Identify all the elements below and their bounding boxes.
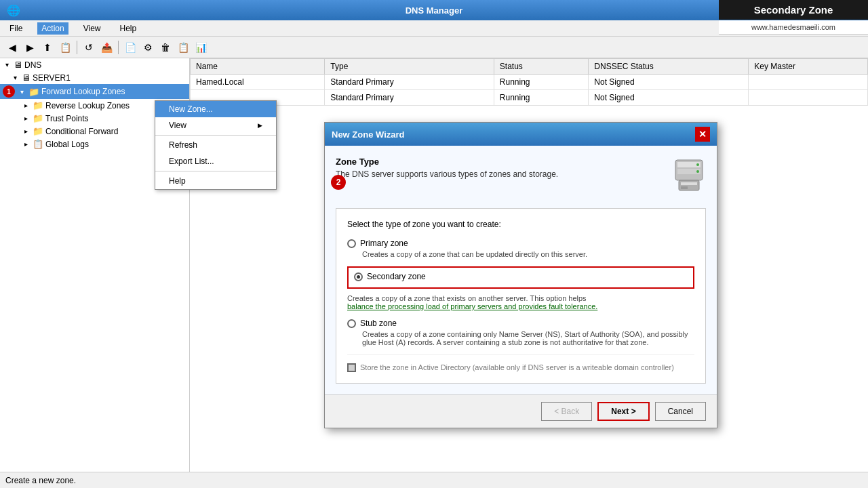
- wizard-header-text: Zone Type The DNS server supports variou…: [336, 157, 665, 179]
- row2-keymaster: [749, 90, 868, 106]
- wizard-zone-type-desc: The DNS server supports various types of…: [336, 169, 665, 179]
- toolbar-view[interactable]: 📊: [193, 39, 209, 56]
- tree-item-server1[interactable]: ▾ 🖥 SERVER1: [0, 71, 189, 84]
- toolbar-delete[interactable]: 🗑: [157, 39, 174, 56]
- status-text: Create a new zone.: [5, 476, 76, 485]
- toolbar-up[interactable]: ⬆: [39, 39, 56, 56]
- primary-zone-radio[interactable]: [347, 239, 356, 248]
- context-sep2: [155, 171, 276, 171]
- app-icon: 🌐: [7, 4, 20, 17]
- row1-name: Hamed.Local: [191, 75, 325, 90]
- wizard-back-button[interactable]: < Back: [541, 402, 592, 421]
- toolbar-new-zone[interactable]: 📄: [122, 39, 138, 56]
- status-bar: Create a new zone.: [0, 472, 868, 488]
- row1-dnssec: Not Signed: [589, 75, 749, 90]
- tree-arrow-forward: ▾: [20, 88, 28, 96]
- row2-dnssec: Not Signed: [589, 90, 749, 106]
- secondary-zone-radio[interactable]: [354, 272, 363, 281]
- col-keymaster: Key Master: [749, 59, 868, 75]
- svg-rect-6: [681, 182, 697, 185]
- tree-item-forward-zones[interactable]: 1 ▾ 📁 Forward Lookup Zones: [0, 84, 189, 99]
- primary-zone-desc: Creates a copy of a zone that can be upd…: [362, 250, 694, 258]
- menu-view[interactable]: View: [79, 22, 105, 35]
- svg-point-3: [696, 163, 699, 166]
- menu-help[interactable]: Help: [116, 22, 141, 35]
- secondary-zone-label: Secondary zone: [367, 272, 426, 281]
- wizard-step-badge: 2: [331, 175, 346, 190]
- app-title: DNS Manager: [406, 5, 463, 16]
- svg-point-4: [696, 170, 699, 173]
- wizard-title-bar: New Zone Wizard ✕: [325, 123, 717, 146]
- tree-arrow-reverse: ▸: [24, 102, 33, 109]
- context-export[interactable]: Export List...: [155, 153, 276, 169]
- secondary-zone-badge: Secondary Zone: [719, 0, 868, 20]
- wizard-zone-type-title: Zone Type: [336, 157, 665, 167]
- toolbar: ◀ ▶ ⬆ 📋 ↺ 📤 📄 ⚙ 🗑 📋 📊: [0, 37, 868, 58]
- wizard-body: Zone Type The DNS server supports variou…: [325, 146, 717, 394]
- toolbar-sep-1: [77, 41, 77, 54]
- tree-arrow-trust: ▸: [24, 115, 33, 122]
- context-help[interactable]: Help: [155, 173, 276, 189]
- row1-type: Standard Primary: [325, 75, 494, 90]
- store-ad-option: Store the zone in Active Directory (avai…: [347, 354, 694, 372]
- server-icon: 🖥: [22, 73, 31, 83]
- tree-arrow-dns: ▾: [5, 61, 14, 68]
- context-menu: New Zone... View Refresh Export List... …: [155, 100, 277, 190]
- tree-item-dns[interactable]: ▾ 🖥 DNS: [0, 58, 189, 71]
- svg-rect-7: [681, 186, 688, 189]
- tree-arrow-global: ▸: [24, 140, 33, 148]
- conditional-forward-icon: 📁: [33, 126, 43, 136]
- context-refresh[interactable]: Refresh: [155, 137, 276, 153]
- col-name: Name: [191, 59, 325, 75]
- primary-zone-label: Primary zone: [360, 239, 408, 248]
- toolbar-export[interactable]: 📤: [98, 39, 115, 56]
- col-type: Type: [325, 59, 494, 75]
- secondary-zone-url: www.hamedesmaeili.com: [719, 20, 868, 35]
- menu-file[interactable]: File: [5, 22, 26, 35]
- tree-arrow-conditional: ▸: [24, 127, 33, 135]
- toolbar-props[interactable]: ⚙: [140, 39, 156, 56]
- stub-zone-label: Stub zone: [360, 319, 397, 328]
- forward-zones-icon: 📁: [28, 87, 39, 97]
- wizard-content: Select the type of zone you want to crea…: [336, 208, 706, 384]
- row1-status: Running: [494, 75, 589, 90]
- global-logs-icon: 📋: [33, 139, 43, 149]
- table-row: Hamed.Local Standard Primary Running Not…: [191, 75, 868, 90]
- server-graphic-icon: [672, 157, 706, 197]
- menu-action[interactable]: Action: [37, 22, 68, 35]
- stub-zone-option: Stub zone Creates a copy of a zone conta…: [347, 319, 694, 346]
- toolbar-sep-2: [118, 41, 119, 54]
- row1-keymaster: [749, 75, 868, 90]
- new-zone-wizard: New Zone Wizard ✕ Zone Type The DNS serv…: [324, 122, 717, 428]
- table-row: Standard Primary Running Not Signed: [191, 90, 868, 106]
- wizard-close-button[interactable]: ✕: [695, 127, 710, 142]
- secondary-zone-desc1: Creates a copy of a zone that exists on …: [347, 294, 694, 302]
- tree-arrow-server: ▾: [14, 74, 22, 81]
- secondary-zone-option: Secondary zone Creates a copy of a zone …: [347, 266, 694, 310]
- toolbar-forward[interactable]: ▶: [22, 39, 38, 56]
- col-status: Status: [494, 59, 589, 75]
- wizard-header: Zone Type The DNS server supports variou…: [336, 157, 706, 197]
- store-ad-checkbox[interactable]: [347, 363, 356, 372]
- wizard-next-button[interactable]: Next >: [597, 402, 649, 421]
- wizard-cancel-button[interactable]: Cancel: [655, 402, 706, 421]
- toolbar-refresh[interactable]: ↺: [81, 39, 97, 56]
- store-ad-label: Store the zone in Active Directory (avai…: [360, 363, 674, 371]
- details-table: Name Type Status DNSSEC Status Key Maste…: [190, 58, 868, 106]
- wizard-title: New Zone Wizard: [332, 129, 405, 140]
- toolbar-prop2[interactable]: 📋: [175, 39, 191, 56]
- secondary-zone-desc2: balance the processing load of primary s…: [347, 302, 694, 310]
- toolbar-show-hide[interactable]: 📋: [57, 39, 73, 56]
- primary-zone-option: Primary zone Creates a copy of a zone th…: [347, 239, 694, 258]
- secondary-zone-box: Secondary zone: [347, 266, 694, 289]
- wizard-footer: < Back Next > Cancel: [325, 394, 717, 428]
- row2-type: Standard Primary: [325, 90, 494, 106]
- context-sep: [155, 135, 276, 136]
- stub-zone-desc: Creates a copy of a zone containing only…: [362, 330, 694, 346]
- context-view[interactable]: View: [155, 117, 276, 134]
- toolbar-back[interactable]: ◀: [4, 39, 20, 56]
- stub-zone-radio[interactable]: [347, 319, 356, 328]
- col-dnssec: DNSSEC Status: [589, 59, 749, 75]
- context-new-zone[interactable]: New Zone...: [155, 101, 276, 117]
- reverse-zones-icon: 📁: [33, 100, 43, 110]
